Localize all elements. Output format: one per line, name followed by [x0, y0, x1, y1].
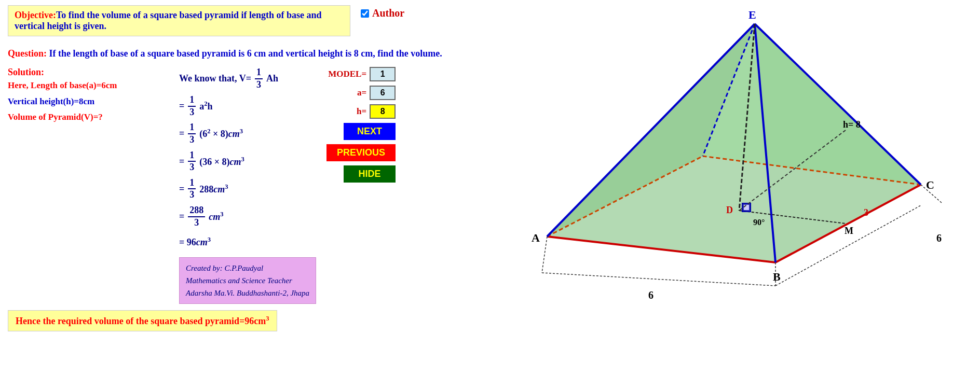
label-b: B	[773, 270, 781, 283]
step-3: = 1 3 (62 × 8)cm3	[179, 122, 316, 145]
objective-label: Objective:	[15, 10, 56, 20]
step-7: = 96cm3	[179, 232, 316, 251]
label-3: 3	[864, 207, 868, 218]
creator-line2: Mathematics and Science Teacher	[186, 274, 309, 287]
label-base-6-bottom: 6	[648, 289, 654, 301]
solution-line1: Here, Length of base(a)=6cm	[8, 78, 169, 94]
step3-val: (62 × 8)cm3	[199, 128, 243, 140]
frac-288-3: 288 3	[188, 205, 205, 228]
solution-left: Solution: Here, Length of base(a)=6cm Ve…	[8, 67, 169, 126]
question-body: If the length of base of a square based …	[47, 48, 442, 59]
h-input[interactable]	[370, 104, 396, 119]
label-base-6-right: 6	[936, 232, 942, 244]
step4-val: (36 × 8)cm3	[199, 156, 244, 168]
a2h-text: a2h	[199, 100, 212, 112]
model-row: MODEL=	[328, 67, 396, 81]
step-2: = 1 3 a2h	[179, 94, 316, 118]
author-area: Author	[361, 7, 404, 19]
frac-1-3-3: 1 3	[188, 122, 196, 145]
label-90: 90°	[753, 218, 765, 227]
step-4: = 1 3 (36 × 8)cm3	[179, 150, 316, 173]
creator-line1: Created by: C.P.Paudyal	[186, 262, 309, 274]
label-e: E	[748, 8, 756, 21]
we-know-text: We know that, V=	[179, 73, 251, 84]
frac-1-3-1: 1 3	[255, 67, 263, 90]
label-m: M	[845, 226, 853, 236]
step-6: = 288 3 cm3	[179, 205, 316, 228]
next-button[interactable]: NEXT	[344, 123, 396, 140]
controls-panel: MODEL= a= h= NEXT PREVIOUS HIDE	[326, 67, 396, 183]
math-steps: We know that, V= 1 3 Ah = 1 3 a2h =	[179, 67, 316, 304]
final-answer-text: Hence the required volume of the square …	[16, 316, 269, 326]
equals-1: =	[179, 101, 184, 112]
equals-6: = 96cm3	[179, 236, 211, 248]
author-label: Author	[372, 7, 404, 19]
frac-1-3-4: 1 3	[188, 150, 196, 173]
ext-left	[542, 236, 547, 273]
step-5: = 1 3 288cm3	[179, 177, 316, 201]
equals-5: =	[179, 211, 184, 222]
step6-val: cm3	[209, 211, 223, 222]
equals-4: =	[179, 184, 184, 194]
previous-button[interactable]: PREVIOUS	[326, 144, 396, 161]
frac-1-3-5: 1 3	[188, 177, 196, 201]
a-row: a=	[357, 86, 396, 100]
equals-2: =	[179, 128, 184, 139]
hide-button[interactable]: HIDE	[344, 165, 396, 183]
label-d: D	[726, 205, 733, 215]
solution-label: Solution:	[8, 67, 169, 78]
model-label: MODEL=	[328, 69, 366, 79]
step5-val: 288cm3	[199, 183, 228, 195]
author-checkbox[interactable]	[361, 9, 369, 18]
a-input[interactable]	[370, 86, 396, 100]
solution-line2: Vertical height(h)=8cm	[8, 94, 169, 110]
model-input[interactable]	[370, 67, 396, 81]
objective-box: Objective:To find the volume of a square…	[8, 5, 350, 36]
solution-line3: Volume of Pyramid(V)=?	[8, 109, 169, 126]
a-label: a=	[357, 88, 366, 98]
pyramid-container: E A B C D M 90° h= 8 6 6 3	[500, 8, 968, 382]
step-1: We know that, V= 1 3 Ah	[179, 67, 316, 90]
label-a: A	[532, 231, 540, 244]
label-c: C	[926, 178, 934, 191]
final-answer-box: Hence the required volume of the square …	[8, 310, 277, 331]
h-row: h=	[357, 104, 396, 119]
frac-1-3-2: 1 3	[188, 94, 196, 118]
question-label: Question:	[8, 48, 47, 59]
objective-text: To find the volume of a square based pyr…	[15, 10, 322, 31]
pyramid-svg: E A B C D M 90° h= 8 6 6 3	[500, 8, 968, 382]
question-text: Question: If the length of base of a squ…	[8, 47, 480, 61]
base-meas-line	[542, 273, 775, 286]
equals-3: =	[179, 156, 184, 167]
label-h8: h= 8	[843, 119, 861, 130]
h-label: h=	[357, 106, 366, 117]
creator-box: Created by: C.P.Paudyal Mathematics and …	[179, 257, 316, 304]
creator-line3: Adarsha Ma.Vi. Buddhashanti-2, Jhapa	[186, 287, 309, 299]
right-angle-fill	[743, 204, 750, 211]
right-panel: E A B C D M 90° h= 8 6 6 3	[488, 0, 980, 390]
ah-text: Ah	[266, 73, 278, 84]
